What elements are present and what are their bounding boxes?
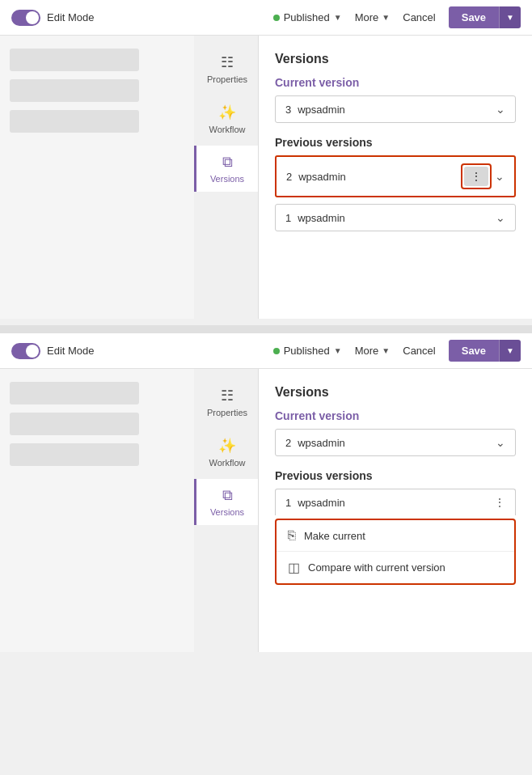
placeholder-bar-2b xyxy=(10,413,139,435)
more-button-1[interactable]: More ▼ xyxy=(355,11,391,23)
compare-item[interactable]: ◫ Compare with current version xyxy=(277,551,514,583)
versions-icon-1: ⧉ xyxy=(222,154,233,171)
more-button-2[interactable]: More ▼ xyxy=(355,345,391,357)
sidebar-item-versions-2[interactable]: ⧉ Versions xyxy=(194,479,258,525)
sidebar-2: ☷ Properties ✨ Workflow ⧉ Versions xyxy=(194,369,259,652)
three-dots-button-1[interactable]: ⋮ xyxy=(464,167,488,186)
edit-mode-label-2: Edit Mode xyxy=(47,345,95,357)
cancel-button-2[interactable]: Cancel xyxy=(403,345,435,357)
toolbar-2: Edit Mode Published ▼ More ▼ Cancel Save… xyxy=(0,333,532,369)
prev-v1-chevron-1: ⌄ xyxy=(496,211,505,224)
current-version-dropdown-2[interactable]: 2 wpsadmin ⌄ xyxy=(275,429,516,456)
workflow-label-1: Workflow xyxy=(209,125,245,134)
versions-title-1: Versions xyxy=(275,52,516,66)
save-button-1[interactable]: Save xyxy=(449,6,499,28)
section-1: Edit Mode Published ▼ More ▼ Cancel Save… xyxy=(0,0,532,319)
toggle-track-1[interactable] xyxy=(11,10,40,26)
prev-v1-user-2: wpsadmin xyxy=(298,497,395,509)
current-version-label-1: Current version xyxy=(275,76,516,89)
sidebar-item-workflow-2[interactable]: ✨ Workflow xyxy=(194,429,258,476)
versions-icon-2: ⧉ xyxy=(222,487,233,504)
edit-mode-toggle-2[interactable]: Edit Mode xyxy=(11,343,95,359)
compare-label: Compare with current version xyxy=(308,561,445,574)
properties-label-1: Properties xyxy=(207,74,247,84)
version-row-1-1[interactable]: 1 wpsadmin ⌄ xyxy=(275,204,516,231)
green-dot-1 xyxy=(273,15,280,21)
cancel-button-1[interactable]: Cancel xyxy=(403,11,435,23)
versions-title-2: Versions xyxy=(275,385,516,400)
sidebar-item-workflow-1[interactable]: ✨ Workflow xyxy=(194,95,258,142)
save-dropdown-button-1[interactable]: ▼ xyxy=(499,6,521,28)
prev-v2-num-1: 2 xyxy=(286,171,292,183)
current-version-user-1: wpsadmin xyxy=(298,104,496,116)
toggle-track-2[interactable] xyxy=(11,343,40,359)
prev-v1-num-2: 1 xyxy=(285,497,291,509)
workflow-label-2: Workflow xyxy=(209,458,245,468)
prev-v2-user-1: wpsadmin xyxy=(298,171,461,183)
placeholder-bar-2a xyxy=(10,382,139,404)
save-dropdown-button-2[interactable]: ▼ xyxy=(499,340,521,362)
published-label-2: Published xyxy=(284,345,330,357)
make-current-icon: ⎘ xyxy=(288,528,296,543)
context-menu-2: ⎘ Make current ◫ Compare with current ve… xyxy=(275,519,516,585)
current-version-dropdown-1[interactable]: 3 wpsadmin ⌄ xyxy=(275,95,516,123)
three-dots-box-1: ⋮ xyxy=(461,163,492,189)
properties-icon-1: ☷ xyxy=(221,53,234,71)
published-chevron-2: ▼ xyxy=(334,346,342,355)
toggle-thumb-2 xyxy=(26,345,39,358)
toolbar-1: Edit Mode Published ▼ More ▼ Cancel Save… xyxy=(0,0,532,36)
section-2: Edit Mode Published ▼ More ▼ Cancel Save… xyxy=(0,333,532,652)
edit-mode-label-1: Edit Mode xyxy=(47,11,95,23)
current-version-label-2: Current version xyxy=(275,409,516,422)
version-row-2-1[interactable]: 2 wpsadmin ⋮ ⌄ xyxy=(275,155,516,197)
section-gap xyxy=(0,325,532,333)
prev-v1-user-1: wpsadmin xyxy=(298,212,496,224)
versions-panel-2: Versions Current version 2 wpsadmin ⌄ Pr… xyxy=(259,369,532,652)
placeholder-bar-1b xyxy=(10,79,139,102)
properties-icon-2: ☷ xyxy=(221,387,234,404)
left-panel-1 xyxy=(0,36,194,319)
published-badge-1[interactable]: Published ▼ xyxy=(273,11,342,23)
workflow-icon-1: ✨ xyxy=(218,104,236,121)
prev-v2-chevron-1: ⌄ xyxy=(495,170,505,183)
sidebar-1: ☷ Properties ✨ Workflow ⧉ Versions xyxy=(194,36,259,319)
save-group-1: Save ▼ xyxy=(449,6,521,28)
prev-versions-label-1: Previous versions xyxy=(275,136,516,149)
make-current-label: Make current xyxy=(304,530,365,542)
placeholder-bar-1c xyxy=(10,110,139,133)
published-label-1: Published xyxy=(284,11,330,23)
current-version-num-2: 2 xyxy=(285,437,291,449)
current-version-num-1: 3 xyxy=(285,104,291,116)
compare-icon: ◫ xyxy=(288,560,300,575)
versions-panel-1: Versions Current version 3 wpsadmin ⌄ Pr… xyxy=(259,36,532,319)
more-chevron-2: ▼ xyxy=(382,346,390,355)
content-area-1: ☷ Properties ✨ Workflow ⧉ Versions Versi… xyxy=(0,36,532,319)
make-current-item[interactable]: ⎘ Make current xyxy=(277,520,514,551)
versions-label-2: Versions xyxy=(210,507,244,517)
placeholder-bar-1a xyxy=(10,49,139,71)
current-version-chevron-1: ⌄ xyxy=(496,103,505,116)
edit-mode-toggle-1[interactable]: Edit Mode xyxy=(11,10,95,26)
versions-label-1: Versions xyxy=(210,174,244,184)
placeholder-bar-2c xyxy=(10,443,139,466)
properties-label-2: Properties xyxy=(207,408,247,417)
current-version-user-2: wpsadmin xyxy=(298,437,496,449)
partial-dots-2: ⋮ xyxy=(494,496,505,509)
published-badge-2[interactable]: Published ▼ xyxy=(273,345,342,357)
prev-v1-num-1: 1 xyxy=(285,212,291,224)
save-button-2[interactable]: Save xyxy=(449,340,499,362)
more-chevron-1: ▼ xyxy=(382,13,390,22)
current-version-chevron-2: ⌄ xyxy=(496,436,505,449)
sidebar-item-versions-1[interactable]: ⧉ Versions xyxy=(194,146,258,192)
prev-versions-label-2: Previous versions xyxy=(275,469,516,482)
published-chevron-1: ▼ xyxy=(334,13,342,22)
left-panel-2 xyxy=(0,369,194,652)
save-group-2: Save ▼ xyxy=(449,340,521,362)
sidebar-item-properties-1[interactable]: ☷ Properties xyxy=(194,45,258,92)
partial-row-2[interactable]: 1 wpsadmin ⋮ xyxy=(275,489,516,515)
green-dot-2 xyxy=(273,348,280,354)
toggle-thumb-1 xyxy=(26,11,39,24)
sidebar-item-properties-2[interactable]: ☷ Properties xyxy=(194,379,258,426)
workflow-icon-2: ✨ xyxy=(218,437,236,455)
content-area-2: ☷ Properties ✨ Workflow ⧉ Versions Versi… xyxy=(0,369,532,652)
